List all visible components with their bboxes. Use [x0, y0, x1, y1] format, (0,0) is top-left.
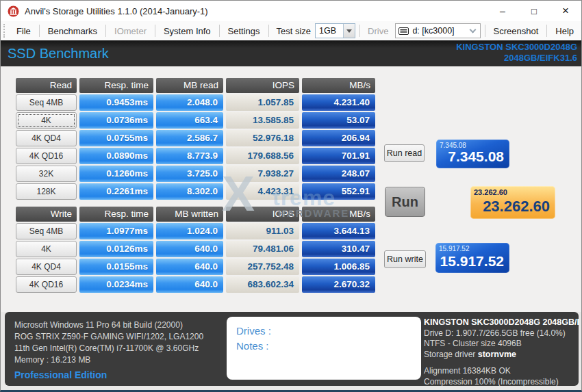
- benchmark-header: SSD Benchmark KINGSTON SKC3000D2048G 204…: [1, 40, 581, 66]
- read-iops-cell: 1.057.85: [226, 94, 299, 111]
- menu-iometer: IOmeter: [107, 23, 154, 39]
- window-controls: – □ ×: [487, 1, 581, 21]
- read-4kqd16-button[interactable]: 4K QD16: [16, 148, 77, 164]
- read-resp-cell: 0.0736ms: [79, 112, 153, 129]
- read-mb-cell: 8.302.0: [156, 183, 223, 200]
- write-header-iops: IOPS: [226, 207, 299, 222]
- write-table: Write Resp. time MB written IOPS MB/s Se…: [16, 207, 375, 293]
- storage-driver-line: Storage driver stornvme: [424, 350, 579, 361]
- drives-label: Drives :: [236, 324, 421, 339]
- write-mb-cell: 640.0: [156, 276, 223, 293]
- edition-link[interactable]: Professional Edition: [14, 369, 107, 380]
- menu-help[interactable]: Help: [548, 23, 581, 39]
- dropdown-button[interactable]: [343, 24, 355, 38]
- write-header-mbs: MB/s: [302, 207, 375, 222]
- menu-separator: [546, 25, 547, 37]
- menu-separator: [219, 25, 220, 37]
- menu-separator: [39, 25, 40, 37]
- test-size-select[interactable]: 1GB: [315, 23, 355, 38]
- total-score-small: 23.262.60: [474, 188, 507, 196]
- menu-separator: [268, 25, 269, 37]
- menu-bar: File Benchmarks IOmeter System Info Sett…: [1, 21, 581, 40]
- write-resp-cell: 1.0977ms: [79, 223, 153, 239]
- read-seq4mb-button[interactable]: Seq 4MB: [16, 94, 77, 111]
- read-resp-cell: 0.9453ms: [79, 94, 153, 111]
- menu-benchmarks[interactable]: Benchmarks: [40, 23, 105, 39]
- read-score-box: 7.345.08 7.345.08: [436, 140, 509, 168]
- menu-settings[interactable]: Settings: [220, 23, 268, 39]
- menu-screenshot[interactable]: Screenshot: [486, 23, 546, 39]
- read-iops-cell: 52.976.18: [226, 130, 299, 146]
- os-line: Microsoft Windows 11 Pro 64 bit Build (2…: [14, 319, 203, 331]
- total-score-box: 23.262.60 23.262.60: [470, 186, 555, 219]
- write-resp-cell: 0.0126ms: [79, 241, 153, 257]
- page-title: SSD Benchmark: [8, 46, 109, 62]
- read-table: Read Resp. time MB read IOPS MB/s Seq 4M…: [16, 78, 375, 200]
- write-score-box: 15.917.52 15.917.52: [435, 243, 509, 273]
- spacer: [424, 360, 579, 366]
- main-area: Read Resp. time MB read IOPS MB/s Seq 4M…: [1, 66, 581, 312]
- write-seq4mb-button[interactable]: Seq 4MB: [16, 223, 77, 239]
- drive-select[interactable]: d: [kc3000]: [395, 23, 480, 38]
- write-mbs-cell: 2.670.32: [302, 276, 375, 293]
- read-mbs-cell: 53.07: [302, 112, 375, 129]
- drive-details-block: KINGSTON SKC3000D2048G 2048GB/EIFK31.6 D…: [424, 317, 579, 386]
- notes-box[interactable]: Drives : Notes :: [227, 317, 421, 380]
- write-score-small: 15.917.52: [439, 245, 470, 252]
- run-write-button[interactable]: Run write: [384, 250, 426, 268]
- read-score-value: 7.345.08: [448, 148, 504, 165]
- read-mb-cell: 2.586.7: [156, 130, 223, 146]
- write-4kqd16-button[interactable]: 4K QD16: [16, 276, 77, 293]
- write-iops-cell: 683.602.34: [226, 276, 299, 293]
- device-capacity-firmware: 2048GB/EIFK31.6: [456, 53, 577, 64]
- run-button[interactable]: Run: [385, 187, 425, 217]
- read-iops-cell: 7.938.27: [226, 166, 299, 182]
- run-read-button[interactable]: Run read: [384, 144, 425, 162]
- write-score-value: 15.917.52: [440, 253, 504, 270]
- write-iops-cell: 911.03: [226, 223, 299, 239]
- chevron-down-icon: [346, 29, 352, 33]
- read-mb-cell: 2.048.0: [156, 94, 223, 111]
- write-mbs-cell: 310.47: [302, 241, 375, 257]
- write-mb-cell: 640.0: [156, 241, 223, 257]
- device-info: KINGSTON SKC3000D2048G 2048GB/EIFK31.6: [456, 42, 577, 64]
- alignment-line: Alignment 16384KB OK: [424, 366, 579, 377]
- write-mb-cell: 640.0: [156, 259, 223, 275]
- menu-file[interactable]: File: [9, 23, 38, 39]
- write-mb-cell: 1.024.0: [156, 223, 223, 239]
- read-header-resp: Resp. time: [79, 78, 153, 93]
- menu-separator: [105, 25, 106, 37]
- minimize-icon[interactable]: –: [487, 1, 518, 21]
- write-iops-cell: 257.752.48: [226, 259, 299, 275]
- notes-label: Notes :: [236, 339, 421, 354]
- read-header-iops: IOPS: [226, 78, 299, 93]
- menu-system-info[interactable]: System Info: [156, 23, 218, 39]
- write-iops-cell: 79.481.06: [226, 241, 299, 257]
- footer-panel: Microsoft Windows 11 Pro 64 bit Build (2…: [5, 312, 579, 386]
- read-mbs-cell: 552.91: [302, 183, 375, 200]
- read-4k-button[interactable]: 4K: [16, 112, 77, 129]
- close-icon[interactable]: ×: [550, 1, 581, 21]
- write-mbs-cell: 3.644.13: [302, 223, 375, 239]
- read-iops-cell: 4.423.31: [226, 183, 299, 200]
- write-4kqd4-button[interactable]: 4K QD4: [16, 259, 77, 275]
- read-header-read: Read: [16, 78, 77, 93]
- read-header-mbs: MB/s: [302, 78, 375, 93]
- read-resp-cell: 0.0755ms: [79, 130, 153, 146]
- read-128k-button[interactable]: 128K: [16, 183, 77, 200]
- write-mbs-cell: 1.006.85: [302, 259, 375, 275]
- toolbar-grip[interactable]: [3, 24, 6, 38]
- read-resp-cell: 0.2261ms: [79, 183, 153, 200]
- chevron-down-icon: [469, 26, 476, 33]
- read-mb-cell: 663.4: [156, 112, 223, 129]
- window-title: Anvil's Storage Utilities 1.1.0 (2014-Ja…: [25, 6, 208, 16]
- write-4k-button[interactable]: 4K: [16, 241, 77, 257]
- read-mb-cell: 8.773.9: [156, 148, 223, 164]
- motherboard-line: ROG STRIX Z590-F GAMING WIFI/1202, LGA12…: [14, 331, 203, 343]
- drive-icon: [398, 27, 409, 35]
- menu-separator: [155, 25, 155, 37]
- read-iops-cell: 13.585.85: [226, 112, 299, 129]
- maximize-icon[interactable]: □: [518, 1, 550, 21]
- read-4kqd4-button[interactable]: 4K QD4: [16, 130, 77, 146]
- read-32k-button[interactable]: 32K: [16, 166, 77, 182]
